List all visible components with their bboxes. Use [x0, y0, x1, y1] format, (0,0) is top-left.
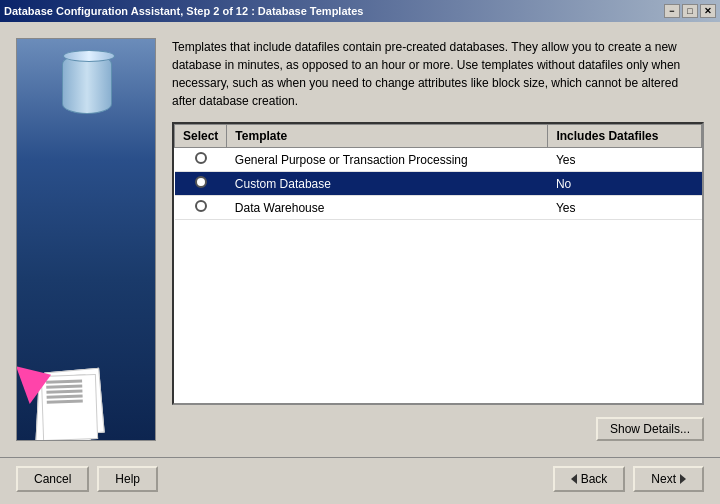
radio-button-1[interactable]: [195, 152, 207, 164]
templates-table: Select Template Includes Datafiles Gener…: [174, 124, 702, 220]
next-button[interactable]: Next: [633, 466, 704, 492]
row-3-datafiles: Yes: [548, 196, 702, 220]
minimize-button[interactable]: −: [664, 4, 680, 18]
row-1-datafiles: Yes: [548, 148, 702, 172]
table-header-row: Select Template Includes Datafiles: [175, 125, 702, 148]
row-2-template[interactable]: Custom Database: [227, 172, 548, 196]
maximize-button[interactable]: □: [682, 4, 698, 18]
radio-button-3[interactable]: [195, 200, 207, 212]
right-panel: Templates that include datafiles contain…: [172, 38, 704, 441]
help-button[interactable]: Help: [97, 466, 158, 492]
col-includes-datafiles: Includes Datafiles: [548, 125, 702, 148]
show-details-button[interactable]: Show Details...: [596, 417, 704, 441]
templates-table-container: Select Template Includes Datafiles Gener…: [172, 122, 704, 405]
content-area: Templates that include datafiles contain…: [0, 22, 720, 457]
col-template: Template: [227, 125, 548, 148]
main-window: Templates that include datafiles contain…: [0, 22, 720, 504]
database-icon: [62, 54, 112, 114]
footer-right-buttons: Back Next: [553, 466, 704, 492]
table-row[interactable]: Data Warehouse Yes: [175, 196, 702, 220]
left-panel: [16, 38, 156, 441]
footer-left-buttons: Cancel Help: [16, 466, 158, 492]
radio-button-2[interactable]: [195, 176, 207, 188]
back-button[interactable]: Back: [553, 466, 626, 492]
row-2-radio-cell[interactable]: [175, 172, 227, 196]
table-row[interactable]: General Purpose or Transaction Processin…: [175, 148, 702, 172]
window-controls: − □ ✕: [664, 4, 716, 18]
next-chevron-icon: [680, 474, 686, 484]
close-button[interactable]: ✕: [700, 4, 716, 18]
row-1-template[interactable]: General Purpose or Transaction Processin…: [227, 148, 548, 172]
row-2-datafiles: No: [548, 172, 702, 196]
cancel-button[interactable]: Cancel: [16, 466, 89, 492]
col-select: Select: [175, 125, 227, 148]
row-3-template[interactable]: Data Warehouse: [227, 196, 548, 220]
table-row[interactable]: Custom Database No: [175, 172, 702, 196]
back-label: Back: [581, 472, 608, 486]
footer: Cancel Help Back Next: [0, 457, 720, 504]
window-title: Database Configuration Assistant, Step 2…: [4, 5, 363, 17]
show-details-area: Show Details...: [172, 417, 704, 441]
next-label: Next: [651, 472, 676, 486]
row-1-radio-cell[interactable]: [175, 148, 227, 172]
back-chevron-icon: [571, 474, 577, 484]
description-text: Templates that include datafiles contain…: [172, 38, 704, 110]
row-3-radio-cell[interactable]: [175, 196, 227, 220]
title-bar: Database Configuration Assistant, Step 2…: [0, 0, 720, 22]
